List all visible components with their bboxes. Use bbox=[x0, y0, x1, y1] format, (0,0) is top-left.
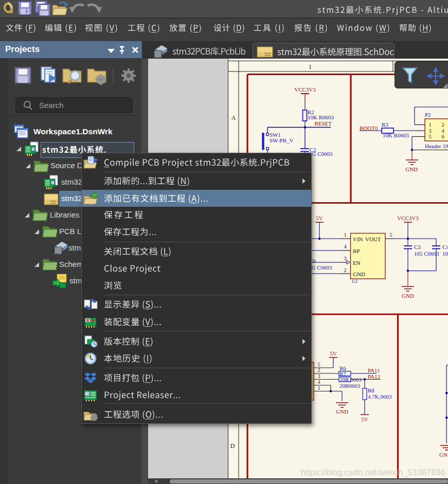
svg-text:10K R0603: 10K R0603 bbox=[383, 132, 409, 138]
svg-text:P2: P2 bbox=[425, 112, 431, 118]
svg-text:2: 2 bbox=[344, 267, 346, 273]
svg-text:4.7K,0603: 4.7K,0603 bbox=[368, 393, 392, 400]
svg-text:20R,0603: 20R,0603 bbox=[339, 377, 362, 383]
svg-text:105 C0603: 105 C0603 bbox=[414, 250, 439, 257]
svg-text:20R0603: 20R0603 bbox=[339, 383, 361, 389]
svg-text:C4: C4 bbox=[442, 244, 448, 250]
svg-text:5: 5 bbox=[428, 134, 431, 139]
svg-text:10K R0603: 10K R0603 bbox=[308, 114, 334, 120]
svg-text:GND: GND bbox=[353, 271, 365, 277]
svg-text:R3: R3 bbox=[382, 121, 388, 128]
svg-text:BOOT0: BOOT0 bbox=[360, 125, 378, 131]
svg-text:5V: 5V bbox=[316, 215, 323, 221]
svg-text:https://blog.csdn.net/weixin_5: https://blog.csdn.net/weixin_51087836 bbox=[301, 468, 445, 477]
svg-text:U2: U2 bbox=[352, 279, 357, 284]
svg-text:6: 6 bbox=[441, 134, 444, 139]
svg-text:GND: GND bbox=[402, 293, 414, 299]
svg-text:VOUT: VOUT bbox=[365, 236, 381, 242]
svg-text:A: A bbox=[231, 114, 236, 121]
svg-text:1: 1 bbox=[344, 232, 346, 238]
svg-text:BP: BP bbox=[353, 248, 360, 254]
svg-text:1: 1 bbox=[428, 122, 431, 128]
svg-text:Header 3X2: Header 3X2 bbox=[425, 143, 448, 149]
svg-text:5V: 5V bbox=[330, 350, 337, 356]
svg-text:4: 4 bbox=[344, 244, 347, 249]
svg-text:GND: GND bbox=[336, 408, 348, 415]
svg-text:4: 4 bbox=[441, 128, 444, 134]
svg-text:GND: GND bbox=[439, 452, 448, 458]
svg-text:R8: R8 bbox=[368, 387, 374, 393]
svg-text:3: 3 bbox=[428, 128, 431, 134]
svg-text:PA12: PA12 bbox=[368, 373, 380, 380]
svg-text:D: D bbox=[230, 442, 235, 450]
svg-text:1: 1 bbox=[317, 385, 320, 391]
svg-text:3: 3 bbox=[344, 256, 346, 261]
svg-text:RESET: RESET bbox=[314, 120, 332, 127]
svg-text:5V: 5V bbox=[361, 416, 368, 422]
svg-text:VIN: VIN bbox=[353, 236, 363, 242]
svg-text:1: 1 bbox=[309, 63, 312, 70]
svg-text:2: 2 bbox=[441, 122, 444, 128]
svg-text:4: 4 bbox=[317, 379, 320, 385]
svg-text:2: 2 bbox=[317, 367, 320, 373]
svg-text:VCC3V3: VCC3V3 bbox=[294, 86, 316, 93]
svg-text:VCC3V3: VCC3V3 bbox=[397, 215, 419, 221]
svg-text:105 C0603: 105 C0603 bbox=[442, 250, 448, 257]
svg-text:5: 5 bbox=[317, 362, 320, 367]
svg-text:C3: C3 bbox=[414, 244, 421, 250]
svg-text:GND: GND bbox=[405, 166, 418, 172]
svg-text:PA11: PA11 bbox=[368, 367, 380, 373]
svg-text:SW-PB_V: SW-PB_V bbox=[270, 137, 294, 144]
svg-text:EN: EN bbox=[353, 260, 361, 266]
svg-text:3: 3 bbox=[317, 373, 320, 379]
svg-text:5: 5 bbox=[389, 232, 392, 238]
